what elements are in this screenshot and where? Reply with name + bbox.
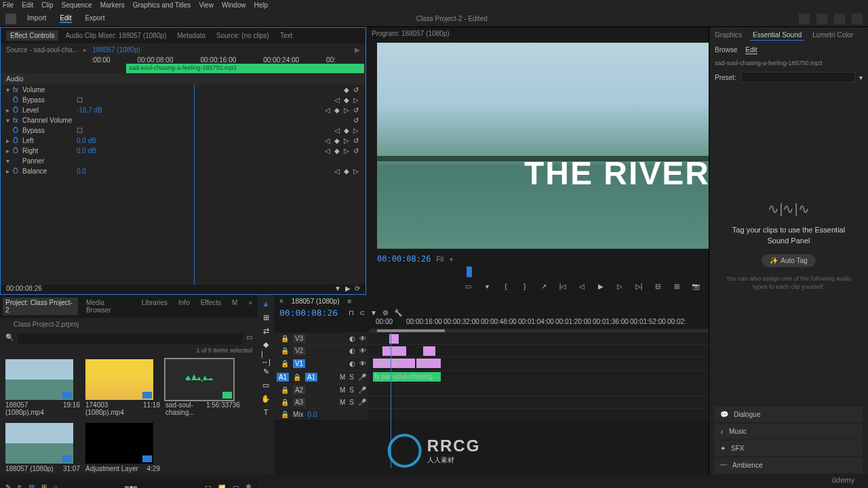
tab-info[interactable]: Info [176,298,193,315]
tab-audio-mixer[interactable]: Audio Clip Mixer: 188057 (1080p) [61,30,170,41]
trash-icon[interactable]: 🗑 [245,483,252,488]
mute-icon[interactable]: M [340,386,345,394]
fc-timecode[interactable]: 00:00:08:26 [6,285,42,294]
subtab-edit[interactable]: Edit [745,46,757,54]
fc-clip-bar[interactable]: sad-soul-chasing-a-feeling-185750.mp3 [126,64,364,73]
prop-volume[interactable]: Volume [22,86,77,94]
close-seq-icon[interactable]: × [279,298,283,305]
track-mix[interactable]: Mix [293,411,304,418]
fc-loop-icon[interactable]: ⟳ [355,285,360,294]
settings-icon[interactable]: ⚙ [382,309,389,317]
cat-dialogue[interactable]: 💬Dialogue [715,407,863,422]
lock-icon[interactable]: 🔒 [281,411,289,418]
track-a2[interactable]: A2 [293,386,305,394]
toggle-icon[interactable]: ◐ [349,360,355,367]
cat-ambience[interactable]: 〰Ambience [715,458,863,473]
tab-metadata[interactable]: Metadata [173,30,210,41]
toggle-icon[interactable]: ◐ [349,347,355,354]
reset-icon[interactable]: ↺ [353,86,360,94]
overflow-icon[interactable]: » [245,298,255,315]
clip-v2[interactable] [382,346,406,356]
track-v3[interactable]: V3 [293,334,305,343]
prop-channel-volume[interactable]: Channel Volume [22,117,77,124]
go-to-out-icon[interactable]: ▷| [634,281,644,291]
clip-v2b[interactable] [423,346,435,356]
sequence-name[interactable]: 188057 (1080p) [292,298,340,305]
fc-ruler[interactable]: :00:00 00:00:08:00 00:00:16:00 00:00:24:… [89,56,366,64]
eye-icon[interactable]: 👁 [359,347,366,354]
new-bin-icon[interactable]: 📁 [218,483,226,488]
hand-tool-icon[interactable]: ✋ [261,394,271,403]
search-input[interactable] [18,333,242,344]
reset-icon[interactable]: ↺ [353,117,360,124]
menu-sequence[interactable]: Sequence [62,1,92,9]
prop-panner[interactable]: Panner [22,157,77,165]
project-item[interactable]: 188057 (1080p)31:07 [5,423,80,474]
solo-icon[interactable]: S [349,399,354,406]
track-a1[interactable]: A1 [305,373,317,382]
prop-balance[interactable]: Balance [22,167,77,175]
cat-music[interactable]: ♪Music [715,424,863,439]
type-tool-icon[interactable]: T [261,407,271,417]
mute-icon[interactable]: M [340,373,345,381]
extract-icon[interactable]: ⊞ [672,281,682,291]
marker-tool-icon[interactable]: ▼ [370,309,377,317]
prop-level[interactable]: Level [22,106,77,114]
voice-icon[interactable]: 🎤 [358,386,366,394]
share-icon[interactable] [816,14,827,24]
workspace-import[interactable]: Import [27,14,46,23]
balance-value[interactable]: 0.0 [77,167,111,175]
snap-icon[interactable]: ⊓ [349,309,354,317]
preset-select[interactable] [741,72,855,83]
tab-effect-controls[interactable]: Effect Controls [6,30,58,41]
menu-edit[interactable]: Edit [22,1,33,9]
lock-icon[interactable]: 🔒 [281,335,289,342]
reset-icon[interactable]: ↺ [353,147,360,155]
selection-tool-icon[interactable]: ▲ [261,299,271,308]
pen-tool-icon[interactable]: ✎ [261,367,271,376]
menu-window[interactable]: Window [222,1,246,9]
mark-in-icon[interactable]: ▾ [482,281,492,291]
menu-help[interactable]: Help [254,1,268,9]
bypass-checkbox[interactable]: ☐ [77,96,83,104]
tab-graphics[interactable]: Graphics [712,30,745,41]
solo-icon[interactable]: S [349,386,354,394]
tab-project[interactable]: Project: Class Project-2 [3,298,78,315]
lock-icon[interactable]: 🔒 [281,399,289,406]
menu-graphics[interactable]: Graphics and Titles [133,1,191,9]
tab-essential-sound[interactable]: Essential Sound [750,30,804,41]
subtab-browse[interactable]: Browse [715,46,737,54]
freeform-icon[interactable]: ⊞ [41,483,47,488]
lift-icon[interactable]: ⊟ [653,281,663,291]
step-fwd-icon[interactable]: ▷ [615,281,625,291]
out-icon[interactable]: } [520,281,530,291]
fc-playhead[interactable] [194,85,195,285]
reset-icon[interactable]: ↺ [353,106,360,114]
mute-icon[interactable]: M [340,399,345,406]
program-fit[interactable]: Fit [436,256,443,263]
icon-view-icon[interactable]: ▦ [28,483,35,488]
workspace-edit[interactable]: Edit [60,14,71,23]
right-value[interactable]: 0.0 dB [77,147,111,155]
workspace-export[interactable]: Export [85,14,105,23]
tab-libraries[interactable]: Libraries [139,298,170,315]
mix-value[interactable]: 0.0 [308,411,317,418]
fc-filter-icon[interactable]: ▼ [334,285,341,294]
link-icon[interactable]: ⊂ [359,309,365,317]
workspace-menu-icon[interactable] [834,14,845,24]
track-v1[interactable]: V1 [293,359,305,368]
chevron-down-icon[interactable]: ▾ [859,74,863,81]
camera-icon[interactable]: 📷 [691,281,701,291]
auto-icon[interactable]: ▭ [205,483,211,488]
reset-icon[interactable]: ↺ [353,137,360,144]
solo-icon[interactable]: S [349,373,354,381]
tab-source[interactable]: Source: (no clips) [212,30,273,41]
seq-menu-icon[interactable]: ≡ [347,298,351,305]
eye-icon[interactable]: 👁 [359,360,366,367]
cat-sfx[interactable]: ✦SFX [715,441,863,456]
menu-markers[interactable]: Markers [100,1,125,9]
prop-bypass[interactable]: Bypass [22,96,77,104]
fc-sequence-link[interactable]: 188057 (1080p) [92,46,140,54]
step-back-icon[interactable]: ◁ [577,281,587,291]
toggle-icon[interactable]: ◐ [349,335,355,342]
